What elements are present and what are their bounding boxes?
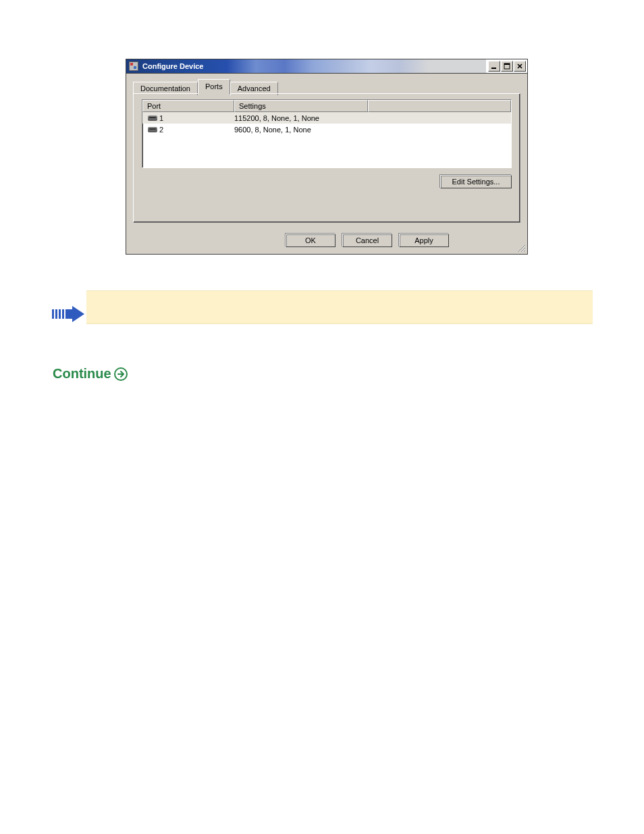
port-settings: 115200, 8, None, 1, None: [234, 113, 368, 123]
note-band: [86, 290, 593, 324]
port-number: 1: [159, 114, 163, 122]
port-settings: 9600, 8, None, 1, None: [234, 125, 368, 134]
continue-label: Continue: [53, 366, 111, 382]
note-arrow-icon: [52, 306, 84, 323]
apply-button[interactable]: Apply: [399, 234, 449, 247]
dialog-title: Configure Device: [141, 62, 203, 70]
continue-arrow-icon: [114, 367, 128, 381]
continue-link[interactable]: Continue: [53, 366, 128, 382]
app-icon: [129, 61, 138, 71]
resize-grip[interactable]: [516, 243, 526, 253]
column-header-port[interactable]: Port: [142, 100, 234, 112]
svg-rect-15: [65, 309, 72, 319]
port-number: 2: [159, 126, 163, 134]
list-row[interactable]: 2 9600, 8, None, 1, None: [142, 124, 511, 135]
list-row[interactable]: 1 115200, 8, None, 1, None: [142, 112, 511, 124]
column-header-spacer: [368, 100, 511, 112]
column-header-settings[interactable]: Settings: [234, 100, 368, 112]
tab-strip: Documentation Ports Advanced: [133, 79, 278, 95]
window-controls: [486, 59, 527, 73]
ports-panel: Port Settings 1 115200, 8, None, 1, None: [133, 93, 520, 223]
svg-marker-16: [72, 306, 84, 322]
maximize-button[interactable]: [501, 61, 513, 72]
dialog-button-row: OK Cancel Apply: [286, 234, 449, 247]
ports-listview[interactable]: Port Settings 1 115200, 8, None, 1, None: [142, 99, 512, 168]
svg-rect-13: [59, 309, 61, 319]
port-icon: [148, 127, 157, 132]
ok-button[interactable]: OK: [286, 234, 336, 247]
edit-settings-button[interactable]: Edit Settings...: [440, 175, 512, 188]
minimize-button[interactable]: [488, 61, 500, 72]
titlebar[interactable]: Configure Device: [126, 59, 528, 73]
port-icon: [148, 115, 157, 121]
configure-device-dialog: Configure Device Documentation Ports Adv…: [126, 59, 528, 254]
svg-rect-0: [491, 68, 496, 69]
tab-ports[interactable]: Ports: [198, 79, 230, 95]
cancel-button[interactable]: Cancel: [342, 234, 392, 247]
svg-rect-11: [52, 309, 54, 319]
svg-rect-12: [55, 309, 57, 319]
svg-rect-14: [62, 309, 64, 319]
close-button[interactable]: [514, 61, 526, 72]
svg-rect-2: [504, 63, 510, 65]
listview-header: Port Settings: [142, 100, 511, 112]
svg-line-10: [525, 251, 525, 252]
